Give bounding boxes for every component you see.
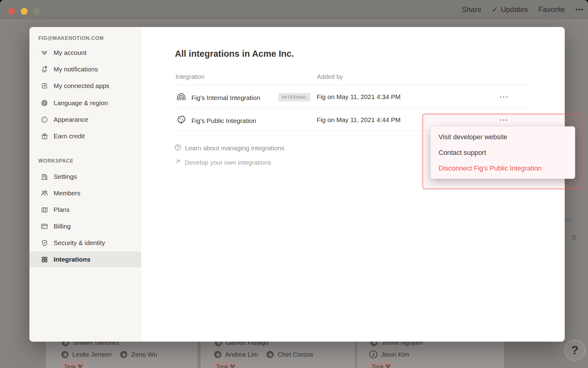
avatar: [266, 351, 274, 358]
grid-icon: [40, 255, 49, 264]
account-email-label: FIG@MAKENOTION.COM: [38, 35, 104, 41]
menu-item-disconnect-integration[interactable]: Disconnect Fig's Public Integration: [431, 160, 575, 176]
task-chip: Task ⚒: [61, 362, 86, 368]
board-row: Leslie Jensen Zeno Wu: [61, 351, 157, 358]
sidebar-item-label: Members: [54, 190, 81, 197]
person-name: Chet Corcos: [277, 351, 313, 358]
menu-item-visit-developer-website[interactable]: Visit developer website: [431, 129, 575, 145]
cut-count-fragment: 0: [572, 234, 576, 242]
map-icon: [40, 205, 49, 214]
sidebar-item-label: Appearance: [54, 116, 88, 123]
tree-doodle-icon: [176, 115, 187, 127]
person-name: Andrea Lim: [225, 351, 258, 358]
check-icon: ✓: [492, 5, 498, 14]
divider: [175, 85, 532, 85]
people-icon: [40, 189, 49, 197]
settings-dialog: FIG@MAKENOTION.COM My account: [29, 27, 565, 342]
moon-icon: [40, 115, 49, 124]
board-row: Andrea Lim Chet Corcos: [214, 351, 313, 358]
arrow-up-right-icon: [174, 158, 181, 167]
workspace-section-label: WORKSPACE: [38, 158, 74, 164]
building-icon: [40, 172, 49, 181]
help-button[interactable]: ?: [564, 340, 585, 361]
credit-card-icon: [40, 222, 49, 231]
sidebar-item-label: Billing: [54, 223, 71, 230]
sidebar-item-label: Earn credit: [54, 132, 85, 140]
row-menu-button-open[interactable]: [496, 115, 511, 125]
avatar: [214, 351, 221, 358]
sidebar-item-label: Settings: [54, 173, 77, 180]
zoom-window-icon[interactable]: [33, 8, 40, 15]
integration-row-name: Fig's Internal Integration: [176, 92, 260, 103]
avatar: [120, 351, 127, 358]
gift-icon: [40, 132, 49, 140]
column-header-added-by: Added by: [317, 73, 343, 80]
titlebar-actions: Share ✓ Updates Favorite •••: [462, 0, 586, 19]
sidebar-item-members[interactable]: Members: [29, 185, 141, 201]
sidebar-item-label: Security & identity: [54, 239, 105, 247]
minimize-window-icon[interactable]: [21, 8, 28, 15]
sidebar-item-label: My account: [54, 49, 86, 56]
sidebar-item-plans[interactable]: Plans: [29, 202, 141, 218]
learn-integrations-link[interactable]: Learn about managing integrations: [174, 144, 285, 153]
settings-sidebar: FIG@MAKENOTION.COM My account: [29, 27, 141, 342]
added-by-cell: Fig on May 11, 2021 4:34 PM: [317, 93, 401, 101]
column-header-integration: Integration: [175, 73, 205, 80]
titlebar: Share ✓ Updates Favorite •••: [0, 0, 588, 19]
board-row: J Jieun Kim: [369, 351, 409, 358]
close-window-icon[interactable]: [8, 8, 15, 15]
sidebar-item-label: My notifications: [54, 66, 98, 73]
integration-context-menu: Visit developer website Contact support …: [431, 126, 575, 179]
sidebar-item-my-notifications[interactable]: My notifications: [29, 61, 141, 77]
task-chip: Task ⚒: [369, 362, 394, 368]
task-chip: Task ⚒: [213, 362, 238, 368]
rainbow-doodle-icon: [176, 92, 187, 103]
divider: [175, 108, 532, 108]
develop-integrations-link[interactable]: Develop your own integrations: [174, 158, 271, 167]
koala-avatar-icon: [40, 48, 49, 57]
added-by-cell: Fig on May 11, 2021 4:44 PM: [317, 116, 401, 124]
menu-item-contact-support[interactable]: Contact support: [431, 145, 575, 160]
internal-badge: INTERNAL: [278, 93, 311, 102]
notion-window: Share ✓ Updates Favorite ••• Shawn Sanch…: [0, 0, 588, 368]
sidebar-item-label: Integrations: [54, 256, 90, 263]
sidebar-item-my-connected-apps[interactable]: My connected apps: [29, 78, 141, 94]
page-title: All integrations in Acme Inc.: [175, 49, 294, 59]
person-name: Leslie Jensen: [72, 351, 111, 358]
sidebar-item-label: Plans: [54, 206, 70, 213]
favorite-button[interactable]: Favorite: [538, 5, 565, 14]
sidebar-item-appearance[interactable]: Appearance: [29, 112, 141, 128]
sidebar-item-label: My connected apps: [54, 82, 109, 90]
sidebar-item-settings[interactable]: Settings: [29, 169, 141, 185]
sidebar-item-my-account[interactable]: My account: [29, 45, 141, 61]
sidebar-item-billing[interactable]: Billing: [29, 218, 141, 234]
more-options-button[interactable]: •••: [575, 6, 584, 13]
screen: Share ✓ Updates Favorite ••• Shawn Sanch…: [0, 0, 588, 368]
share-button[interactable]: Share: [462, 5, 481, 14]
question-mark: ?: [571, 344, 578, 357]
sidebar-item-integrations[interactable]: Integrations: [29, 251, 141, 267]
updates-button[interactable]: ✓ Updates: [492, 5, 528, 14]
integration-row-name: Fig's Public Integration: [176, 115, 256, 127]
arrow-out-box-icon: [40, 82, 49, 90]
person-name: Jieun Kim: [381, 351, 409, 358]
sidebar-item-earn-credit[interactable]: Earn credit: [29, 128, 141, 144]
sidebar-item-security-identity[interactable]: Security & identity: [29, 235, 141, 251]
shield-check-icon: [40, 239, 49, 247]
bell-icon: [40, 65, 49, 74]
row-menu-button[interactable]: [496, 92, 511, 102]
avatar: [61, 351, 69, 358]
person-name: Zeno Wu: [131, 351, 157, 358]
question-circle-icon: [174, 144, 182, 153]
avatar-initial: J: [369, 351, 377, 358]
sidebar-item-language-region[interactable]: Language & region: [29, 95, 141, 111]
globe-icon: [40, 99, 49, 107]
sidebar-item-label: Language & region: [54, 99, 108, 107]
